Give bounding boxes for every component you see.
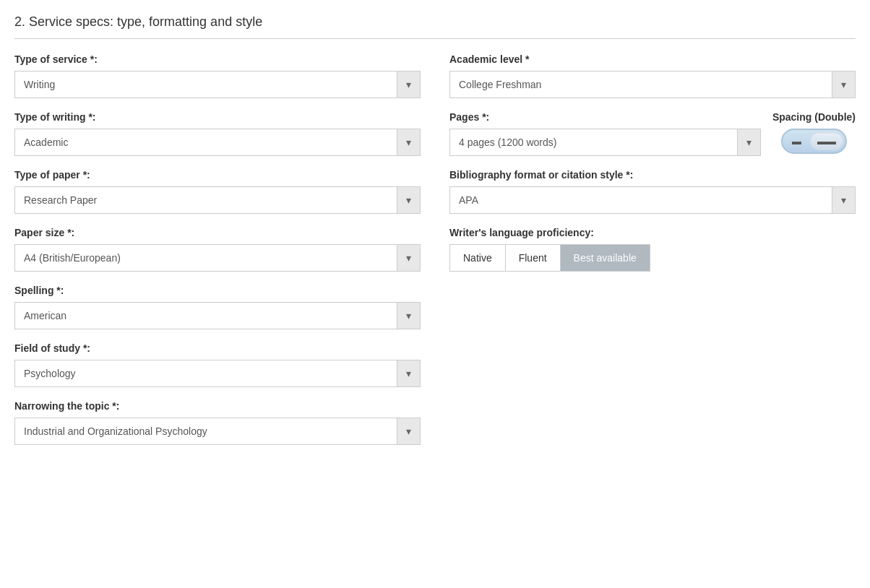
spacing-group: Spacing (Double) ▬ ▬▬ — [772, 111, 856, 154]
narrowing-topic-label: Narrowing the topic *: — [14, 400, 421, 412]
narrowing-topic-group: Narrowing the topic *: Industrial and Or… — [14, 400, 421, 445]
spacing-label: Spacing (Double) — [772, 111, 856, 123]
paper-size-label: Paper size *: — [14, 227, 421, 238]
type-of-paper-group: Type of paper *: Research Paper Essay Te… — [14, 169, 421, 214]
academic-level-select[interactable]: College Freshman College Sophomore Junio… — [450, 72, 855, 98]
lang-fluent-button[interactable]: Fluent — [505, 244, 561, 272]
academic-level-group: Academic level * College Freshman Colleg… — [449, 53, 856, 98]
paper-size-select-wrapper: A4 (British/European) Letter (US) Legal — [14, 244, 421, 272]
spacing-toggle[interactable]: ▬ ▬▬ — [781, 129, 847, 154]
bibliography-format-group: Bibliography format or citation style *:… — [449, 169, 856, 214]
pages-label: Pages *: — [449, 111, 761, 123]
type-of-paper-label: Type of paper *: — [14, 169, 421, 181]
type-of-service-select-wrapper: Writing Rewriting Editing Proofreading — [14, 71, 421, 98]
spelling-group: Spelling *: American British Canadian Au… — [14, 285, 421, 329]
narrowing-topic-select[interactable]: Industrial and Organizational Psychology… — [15, 418, 420, 444]
section-title: 2. Service specs: type, formatting and s… — [14, 14, 856, 39]
lang-best-available-button[interactable]: Best available — [561, 244, 650, 272]
bibliography-format-select[interactable]: APA MLA Chicago Harvard Turabian — [450, 187, 855, 213]
spelling-label: Spelling *: — [14, 285, 421, 296]
type-of-service-label: Type of service *: — [14, 53, 421, 65]
spelling-select-wrapper: American British Canadian Australian — [14, 302, 421, 329]
narrowing-topic-select-wrapper: Industrial and Organizational Psychology… — [14, 418, 421, 445]
language-proficiency-label: Writer's language proficiency: — [449, 227, 856, 238]
pages-select[interactable]: 1 page (300 words) 2 pages (600 words) 3… — [450, 129, 760, 155]
spelling-select[interactable]: American British Canadian Australian — [15, 303, 420, 329]
spacing-single-button[interactable]: ▬ — [785, 132, 809, 150]
bibliography-format-select-wrapper: APA MLA Chicago Harvard Turabian — [449, 186, 856, 214]
type-of-writing-select-wrapper: Academic Creative Business Technical — [14, 129, 421, 156]
type-of-service-group: Type of service *: Writing Rewriting Edi… — [14, 53, 421, 98]
type-of-paper-select-wrapper: Research Paper Essay Term Paper Thesis D… — [14, 186, 421, 214]
pages-spacing-row: Pages *: 1 page (300 words) 2 pages (600… — [449, 111, 856, 156]
paper-size-group: Paper size *: A4 (British/European) Lett… — [14, 227, 421, 272]
academic-level-select-wrapper: College Freshman College Sophomore Junio… — [449, 71, 856, 98]
field-of-study-label: Field of study *: — [14, 342, 421, 354]
paper-size-select[interactable]: A4 (British/European) Letter (US) Legal — [15, 245, 420, 271]
type-of-writing-label: Type of writing *: — [14, 111, 421, 123]
type-of-writing-group: Type of writing *: Academic Creative Bus… — [14, 111, 421, 156]
type-of-writing-select[interactable]: Academic Creative Business Technical — [15, 129, 420, 155]
pages-group: Pages *: 1 page (300 words) 2 pages (600… — [449, 111, 761, 156]
pages-select-wrapper: 1 page (300 words) 2 pages (600 words) 3… — [449, 129, 761, 156]
type-of-paper-select[interactable]: Research Paper Essay Term Paper Thesis D… — [15, 187, 420, 213]
field-of-study-group: Field of study *: Psychology Business En… — [14, 342, 421, 387]
academic-level-label: Academic level * — [449, 53, 856, 65]
field-of-study-select-wrapper: Psychology Business Engineering Medicine… — [14, 360, 421, 387]
lang-native-button[interactable]: Native — [449, 244, 505, 272]
spacing-double-button[interactable]: ▬▬ — [810, 132, 843, 150]
language-proficiency-group: Writer's language proficiency: Native Fl… — [449, 227, 856, 272]
field-of-study-select[interactable]: Psychology Business Engineering Medicine… — [15, 360, 420, 386]
type-of-service-select[interactable]: Writing Rewriting Editing Proofreading — [15, 72, 420, 98]
language-proficiency-buttons: Native Fluent Best available — [449, 244, 856, 272]
bibliography-format-label: Bibliography format or citation style *: — [449, 169, 856, 181]
